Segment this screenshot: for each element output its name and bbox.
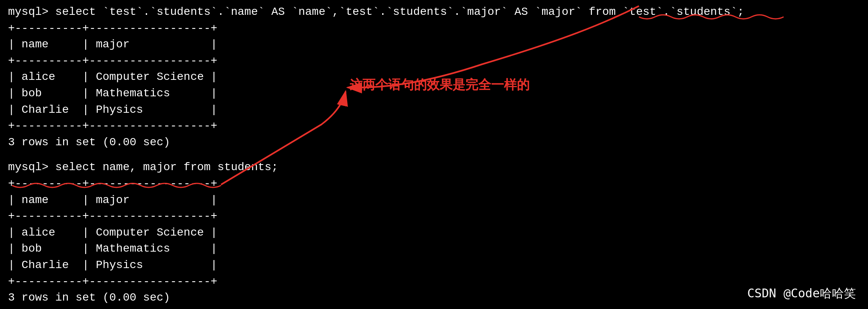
query1-prompt: mysql> select `test`.`students`.`name` A… <box>8 4 860 20</box>
table2-result-count: 3 rows in set (0.00 sec) <box>8 290 860 306</box>
table2-top-border: +----------+------------------+ <box>8 176 860 192</box>
table1-result-count: 3 rows in set (0.00 sec) <box>8 134 860 151</box>
table2-header-row: | name | major | <box>8 192 860 209</box>
table2-data-row-2: | bob | Mathematics | <box>8 241 860 257</box>
table1-header-row: | name | major | <box>8 37 860 53</box>
watermark: CSDN @Code哈哈笑 <box>747 285 856 302</box>
table2-data-row-3: | Charlie | Physics | <box>8 257 860 274</box>
table2-bottom-border: +----------+------------------+ <box>8 274 860 290</box>
annotation-text: 这两个语句的效果是完全一样的 <box>350 76 530 94</box>
table1-bottom-border: +----------+------------------+ <box>8 118 860 134</box>
table1-header-border: +----------+------------------+ <box>8 53 860 69</box>
table2-data-row-1: | alice | Computer Science | <box>8 225 860 241</box>
terminal-window: mysql> select `test`.`students`.`name` A… <box>0 0 868 309</box>
table1-top-border: +----------+------------------+ <box>8 20 860 37</box>
table1-data-row-3: | Charlie | Physics | <box>8 102 860 118</box>
table2-header-border: +----------+------------------+ <box>8 208 860 225</box>
query2-prompt: mysql> select name, major from students; <box>8 159 860 176</box>
